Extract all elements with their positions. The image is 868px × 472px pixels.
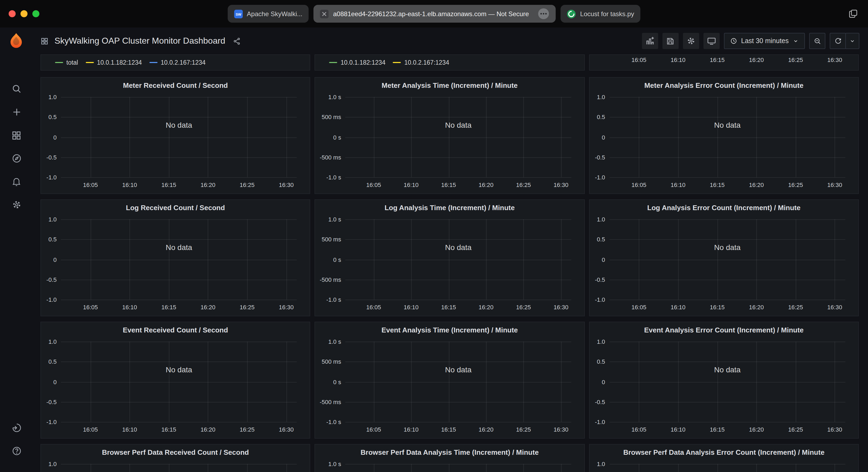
sidebar-item-create[interactable] [11, 107, 22, 117]
panel-title[interactable]: Event Analysis Time (Increment) / Minute [315, 322, 584, 338]
panel: Browser Perf Data Analysis Error Count (… [589, 444, 859, 472]
tab-overview-button[interactable] [848, 9, 858, 19]
no-data-label: No data [166, 243, 192, 251]
y-axis-label: 0 [53, 378, 57, 385]
grafana-logo[interactable] [7, 32, 25, 50]
legend-dash-icon [149, 62, 157, 63]
grid-line-vertical [524, 219, 524, 300]
grid-line-vertical [835, 219, 835, 300]
grid-line-vertical [561, 97, 562, 177]
refresh-icon [834, 37, 842, 45]
grid-line-vertical [835, 342, 835, 422]
y-axis-label: 1.0 s [328, 338, 341, 345]
y-axis-label: -1.0 [595, 419, 605, 425]
legend-item[interactable]: total [55, 59, 78, 66]
browser-tab-locust[interactable]: Locust for tasks.py [561, 5, 641, 23]
zoom-window-button[interactable] [32, 10, 39, 17]
y-axis-label: 0.5 [48, 236, 57, 243]
gear-icon [686, 36, 696, 46]
sidebar-item-configuration[interactable] [11, 199, 22, 210]
refresh-dashboard-button[interactable] [830, 33, 846, 49]
legend-dash-icon [86, 62, 94, 63]
sidebar-item-explore[interactable] [11, 153, 22, 164]
panel-title[interactable]: Browser Perf Data Analysis Time (Increme… [315, 444, 584, 461]
grid-line-vertical [208, 464, 209, 472]
x-axis-label: 16:25 [516, 181, 531, 188]
sidebar-item-help[interactable] [11, 446, 22, 457]
browser-tab-active-dashboard[interactable]: a0881eed4-22961232.ap-east-1.elb.amazona… [314, 5, 556, 23]
legend-item[interactable]: 10.0.2.167:1234 [393, 59, 449, 66]
x-axis-label: 16:30 [279, 426, 294, 433]
cycle-view-mode-button[interactable] [704, 33, 720, 49]
grid-line-horizontal [345, 464, 571, 465]
grid-line-horizontal [609, 382, 845, 382]
sidebar-item-search[interactable] [11, 83, 22, 94]
add-panel-button[interactable] [642, 33, 658, 49]
x-axis-label: 16:05 [631, 181, 646, 188]
window-controls [9, 10, 39, 17]
panel: Event Analysis Error Count (Increment) /… [589, 322, 859, 439]
x-axis-label: 16:20 [749, 304, 764, 310]
help-icon [11, 446, 22, 457]
fragment-legend-2: 10.0.1.182:123410.0.2.167:1234 [315, 55, 584, 70]
plot-area: 1.00.50-0.5-1.016:0516:1016:1516:2016:25… [609, 97, 845, 177]
legend-item[interactable]: 10.0.1.182:1234 [329, 59, 385, 66]
refresh-interval-dropdown[interactable] [845, 33, 859, 49]
dashboard-settings-button[interactable] [683, 33, 699, 49]
sidebar [0, 55, 33, 472]
share-dashboard-button[interactable] [233, 37, 241, 45]
x-axis-label: 16:25 [788, 181, 803, 188]
dashboard-scroll-area[interactable]: total10.0.1.182:123410.0.2.167:1234 10.0… [33, 55, 868, 472]
panel-title[interactable]: Log Received Count / Second [41, 200, 310, 216]
legend-item[interactable]: 10.0.1.182:1234 [86, 59, 142, 66]
x-axis-label: 16:15 [441, 181, 456, 188]
no-data-label: No data [445, 121, 471, 129]
panel-title[interactable]: Browser Perf Data Received Count / Secon… [41, 444, 310, 461]
close-window-button[interactable] [9, 10, 16, 17]
minimize-window-button[interactable] [21, 10, 28, 17]
sidebar-item-dashboards[interactable] [11, 130, 22, 141]
grid-line-vertical [90, 219, 91, 300]
panel-title[interactable]: Log Analysis Time (Increment) / Minute [315, 200, 584, 216]
plot-area: 1.00.50-0.5-1.016:0516:1016:1516:2016:25… [61, 342, 297, 422]
sidebar-item-sign-in[interactable] [11, 423, 22, 433]
zoom-out-time-button[interactable] [809, 33, 826, 49]
grid-line-vertical [796, 219, 796, 300]
grid-line-horizontal [61, 382, 297, 382]
panel-title[interactable]: Log Analysis Error Count (Increment) / M… [589, 200, 858, 216]
grid-line-horizontal [61, 260, 297, 260]
panel: Meter Analysis Error Count (Increment) /… [589, 77, 859, 194]
legend-item[interactable]: 10.0.2.167:1234 [149, 59, 206, 66]
panel-title[interactable]: Browser Perf Data Analysis Error Count (… [589, 444, 858, 461]
panel-title[interactable]: Meter Analysis Error Count (Increment) /… [589, 77, 858, 94]
y-axis-label: -0.5 [595, 154, 605, 161]
grid-line-vertical [374, 464, 374, 472]
panel-title[interactable]: Event Received Count / Second [41, 322, 310, 338]
time-range-picker-button[interactable]: Last 30 minutes [724, 33, 805, 49]
browser-tab-skywalking[interactable]: SW Apache SkyWalki... [227, 5, 309, 23]
screen: SW Apache SkyWalki... a0881eed4-22961232… [0, 0, 868, 472]
y-axis-label: -1.0 [46, 419, 57, 425]
grid-line-horizontal [345, 157, 571, 158]
grid-line-horizontal [61, 157, 297, 158]
panel-title[interactable]: Meter Analysis Time (Increment) / Minute [315, 77, 584, 94]
panel-title[interactable]: Meter Received Count / Second [41, 77, 310, 94]
grid-line-horizontal [345, 97, 571, 98]
tab-options-icon[interactable] [538, 8, 550, 20]
plot-area: 1.00.50-0.5-1.016:0516:1016:1516:2016:25… [61, 219, 297, 300]
panel: Event Received Count / Second1.00.50-0.5… [40, 322, 310, 439]
browser-chrome: SW Apache SkyWalki... a0881eed4-22961232… [0, 0, 868, 28]
grid-line-vertical [561, 464, 562, 472]
y-axis-label: -1.0 [46, 174, 57, 180]
save-dashboard-button[interactable] [662, 33, 679, 49]
y-axis-label: 0.5 [597, 236, 605, 243]
grid-line-vertical [717, 219, 718, 300]
grid-line-vertical [411, 219, 412, 300]
panel-title[interactable]: Event Analysis Error Count (Increment) /… [589, 322, 858, 338]
sidebar-item-alerting[interactable] [11, 176, 22, 187]
plot-area: 1.0 s500 ms0 s-500 ms-1.0 s16:0516:1016:… [345, 97, 571, 177]
panel: Meter Received Count / Second1.00.50-0.5… [40, 77, 310, 194]
add-panel-icon [645, 36, 655, 46]
navbar-actions: Last 30 minutes [642, 33, 860, 49]
y-axis-label: -1.0 s [327, 174, 341, 180]
